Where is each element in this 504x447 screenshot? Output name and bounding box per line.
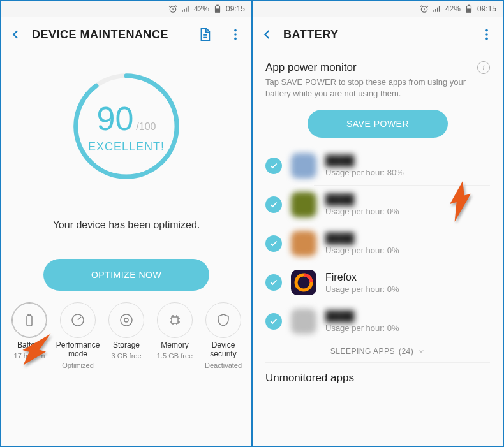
chevron-down-icon bbox=[417, 348, 425, 355]
svg-point-6 bbox=[234, 38, 237, 40]
clock-text: 09:15 bbox=[477, 4, 496, 13]
battery-pct: 42% bbox=[194, 4, 209, 13]
checkbox-icon[interactable] bbox=[265, 158, 282, 174]
app-icon bbox=[291, 231, 316, 256]
svg-point-12 bbox=[121, 314, 132, 326]
app-row[interactable]: ████Usage per hour: 0% bbox=[253, 302, 503, 341]
storage-icon bbox=[119, 312, 134, 328]
appbar: DEVICE MAINTENANCE bbox=[1, 17, 251, 52]
save-power-button[interactable]: SAVE POWER bbox=[308, 110, 448, 138]
category-security[interactable]: Device security Deactivated bbox=[199, 302, 248, 369]
checkbox-icon[interactable] bbox=[265, 313, 282, 330]
app-row[interactable]: FirefoxUsage per hour: 0% bbox=[253, 263, 503, 302]
battery-icon bbox=[464, 4, 473, 13]
info-icon[interactable]: i bbox=[477, 61, 490, 74]
document-icon[interactable] bbox=[198, 27, 212, 41]
svg-rect-10 bbox=[28, 314, 31, 316]
app-usage: Usage per hour: 0% bbox=[325, 323, 490, 333]
page-title: DEVICE MAINTENANCE bbox=[32, 28, 188, 41]
score-max: /100 bbox=[136, 121, 156, 132]
svg-point-19 bbox=[485, 29, 488, 32]
app-name: ████ bbox=[325, 233, 490, 244]
device-maintenance-screen: 42% 09:15 DEVICE MAINTENANCE 90/100 EXCE… bbox=[1, 1, 253, 446]
back-icon[interactable] bbox=[10, 29, 22, 40]
app-power-monitor-desc: Tap SAVE POWER to stop these apps from u… bbox=[253, 77, 503, 103]
battery-icon bbox=[213, 4, 222, 13]
svg-point-13 bbox=[124, 318, 128, 322]
statusbar: 42% 09:15 bbox=[253, 1, 503, 17]
svg-rect-2 bbox=[217, 5, 218, 6]
app-icon bbox=[291, 192, 316, 217]
checkbox-icon[interactable] bbox=[265, 235, 282, 252]
signal-icon bbox=[181, 4, 190, 13]
app-icon bbox=[291, 153, 316, 179]
app-icon bbox=[291, 309, 316, 334]
pointer-arrow-left bbox=[6, 319, 64, 379]
svg-point-5 bbox=[234, 33, 237, 36]
category-memory[interactable]: Memory 1.5 GB free bbox=[151, 302, 199, 369]
appbar: BATTERY bbox=[253, 17, 503, 52]
page-title: BATTERY bbox=[283, 28, 470, 41]
category-storage[interactable]: Storage 3 GB free bbox=[102, 302, 151, 369]
chip-icon bbox=[167, 312, 182, 328]
clock-text: 09:15 bbox=[226, 4, 245, 13]
battery-screen: 42% 09:15 BATTERY App power monitor i Ta… bbox=[253, 1, 503, 446]
app-name: Firefox bbox=[325, 272, 490, 283]
signal-icon bbox=[433, 4, 441, 13]
back-icon[interactable] bbox=[262, 29, 273, 40]
statusbar: 42% 09:15 bbox=[1, 1, 251, 17]
svg-point-21 bbox=[485, 38, 488, 40]
svg-rect-17 bbox=[468, 5, 470, 6]
score-value: 90 bbox=[97, 100, 134, 137]
checkbox-icon[interactable] bbox=[265, 196, 282, 213]
svg-point-4 bbox=[234, 29, 237, 32]
alarm-icon bbox=[168, 4, 177, 13]
battery-pct: 42% bbox=[445, 4, 461, 13]
app-power-monitor-title: App power monitor i bbox=[253, 52, 503, 77]
more-icon[interactable] bbox=[480, 27, 494, 41]
checkbox-icon[interactable] bbox=[265, 274, 282, 291]
app-name: ████ bbox=[325, 311, 490, 322]
unmonitored-apps-title[interactable]: Unmonitored apps bbox=[253, 363, 503, 387]
app-name: ████ bbox=[325, 155, 490, 166]
score-label: EXCELLENT! bbox=[88, 140, 165, 154]
optimize-now-button[interactable]: OPTIMIZE NOW bbox=[43, 259, 209, 291]
sleeping-apps-toggle[interactable]: SLEEPING APPS (24) bbox=[253, 341, 503, 362]
app-usage: Usage per hour: 0% bbox=[325, 245, 490, 255]
gauge-icon bbox=[70, 312, 85, 328]
shield-icon bbox=[216, 312, 231, 328]
svg-rect-18 bbox=[468, 9, 471, 12]
app-icon bbox=[291, 270, 316, 295]
alarm-icon bbox=[420, 4, 429, 13]
more-icon[interactable] bbox=[228, 27, 242, 41]
app-usage: Usage per hour: 0% bbox=[325, 284, 490, 294]
optimized-message: Your device has been optimized. bbox=[1, 219, 251, 231]
svg-rect-3 bbox=[216, 9, 219, 12]
svg-rect-14 bbox=[172, 317, 178, 323]
score-gauge: 90/100 EXCELLENT! bbox=[69, 69, 184, 184]
pointer-arrow-right bbox=[433, 173, 490, 233]
svg-point-20 bbox=[485, 33, 488, 36]
